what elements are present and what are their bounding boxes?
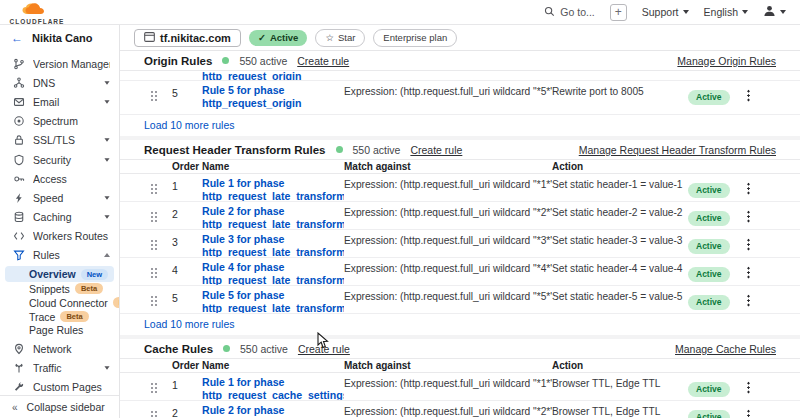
support-menu[interactable]: Support bbox=[642, 6, 689, 18]
manage-cache-rules-link[interactable]: Manage Cache Rules bbox=[675, 343, 776, 355]
goto-search[interactable]: Go to... bbox=[544, 6, 594, 19]
drag-handle-icon[interactable] bbox=[150, 376, 172, 393]
cloud-connector-label: Cloud Connector bbox=[29, 297, 108, 309]
rule-name-link[interactable]: http_request_origin bbox=[202, 71, 301, 80]
rule-action: Set static header-2 = value-2 bbox=[552, 205, 688, 218]
manage-transform-rules-link[interactable]: Manage Request Header Transform Rules bbox=[579, 144, 776, 156]
status-badge: Active bbox=[688, 267, 730, 282]
dns-icon bbox=[13, 77, 25, 89]
shield-icon bbox=[13, 154, 25, 166]
drag-handle-icon[interactable] bbox=[150, 84, 172, 101]
drag-handle-icon[interactable] bbox=[150, 205, 172, 222]
rule-name-link[interactable]: Rule 2 for phase http_request_late_trans… bbox=[202, 205, 344, 230]
rule-order: 4 bbox=[172, 261, 202, 276]
match-column-header: Match against bbox=[344, 161, 552, 172]
row-menu-button[interactable] bbox=[738, 289, 758, 307]
table-row: 2 Rule 2 for phase http_request_late_tra… bbox=[120, 202, 800, 230]
sidebar-item-snippets[interactable]: Snippets Beta bbox=[5, 282, 114, 296]
drag-handle-icon[interactable] bbox=[150, 404, 172, 418]
sidebar-item-security[interactable]: Security bbox=[0, 150, 119, 169]
sidebar-item-traffic[interactable]: Traffic bbox=[0, 358, 119, 377]
database-icon bbox=[13, 211, 25, 223]
rule-expression: Expression: (http.request.full_uri wildc… bbox=[344, 289, 552, 302]
load-more-rules-link[interactable]: Load 10 more rules bbox=[120, 314, 800, 335]
row-menu-button[interactable] bbox=[738, 205, 758, 223]
collapse-sidebar-label: Collapse sidebar bbox=[27, 401, 105, 413]
table-column-headers: Order Name Match against Action bbox=[120, 359, 800, 373]
sidebar-item-dns[interactable]: DNS bbox=[0, 73, 119, 92]
sidebar-item-workers-routes[interactable]: Workers Routes bbox=[0, 227, 119, 246]
sidebar-item-ssl-tls[interactable]: SSL/TLS bbox=[0, 131, 119, 150]
sidebar-item-access[interactable]: Access bbox=[0, 169, 119, 188]
drag-handle-icon[interactable] bbox=[150, 177, 172, 194]
sidebar-item-label: Version Management bbox=[33, 58, 110, 70]
row-menu-button[interactable] bbox=[738, 84, 758, 102]
rule-expression: Expression: (http.request.full_uri wildc… bbox=[344, 177, 552, 190]
sidebar-item-version-management[interactable]: Version Management bbox=[0, 54, 119, 73]
row-menu-button[interactable] bbox=[738, 376, 758, 394]
sidebar-item-label: Caching bbox=[33, 211, 96, 223]
chevron-down-icon bbox=[742, 10, 748, 14]
rule-action: Set static header-4 = value-4 bbox=[552, 261, 688, 274]
sidebar-item-spectrum[interactable]: Spectrum bbox=[0, 112, 119, 131]
sidebar-item-overview[interactable]: Overview New bbox=[5, 266, 114, 282]
back-arrow-icon[interactable]: ← bbox=[11, 31, 23, 45]
star-button[interactable]: ☆ Star bbox=[315, 29, 365, 47]
row-menu-button[interactable] bbox=[738, 261, 758, 279]
rule-name-link[interactable]: Rule 2 for phase http_request_cache_sett… bbox=[202, 404, 344, 418]
key-icon bbox=[13, 173, 25, 185]
sidebar-item-speed[interactable]: Speed bbox=[0, 188, 119, 207]
create-rule-link[interactable]: Create rule bbox=[298, 343, 350, 355]
row-menu-button[interactable] bbox=[738, 233, 758, 251]
request-header-transform-rules-section: Request Header Transform Rules 550 activ… bbox=[120, 140, 800, 335]
zone-selector[interactable]: tf.nikitac.com bbox=[134, 29, 241, 47]
rule-name-link[interactable]: Rule 1 for phase http_request_late_trans… bbox=[202, 177, 344, 202]
rule-name-link[interactable]: Rule 5 for phase http_request_late_trans… bbox=[202, 289, 344, 314]
status-badge: Active bbox=[688, 211, 730, 226]
drag-handle-icon[interactable] bbox=[150, 233, 172, 250]
row-menu-button[interactable] bbox=[738, 177, 758, 195]
sidebar-item-email[interactable]: Email bbox=[0, 92, 119, 111]
chevron-down-icon bbox=[104, 196, 109, 199]
rule-expression: Expression: (http.request.full_uri wildc… bbox=[344, 404, 552, 417]
rule-status: Active bbox=[688, 233, 738, 254]
sidebar-item-rules[interactable]: Rules bbox=[0, 246, 119, 265]
manage-origin-rules-link[interactable]: Manage Origin Rules bbox=[677, 55, 776, 67]
sidebar-item-network[interactable]: Network bbox=[0, 339, 119, 358]
sidebar-item-trace[interactable]: Trace Beta bbox=[5, 310, 114, 324]
match-column-header: Match against bbox=[344, 360, 552, 371]
sidebar-item-label: Spectrum bbox=[33, 115, 110, 127]
add-button[interactable]: + bbox=[610, 4, 627, 21]
load-more-rules-link[interactable]: Load 10 more rules bbox=[120, 115, 800, 136]
drag-handle-icon[interactable] bbox=[150, 289, 172, 306]
collapse-sidebar-button[interactable]: « Collapse sidebar bbox=[0, 395, 119, 418]
sidebar-item-custom-pages[interactable]: Custom Pages bbox=[0, 378, 119, 395]
chevron-down-icon bbox=[104, 81, 109, 84]
create-rule-link[interactable]: Create rule bbox=[297, 55, 349, 67]
rules-submenu: Overview New Snippets Beta Cloud Connect… bbox=[0, 265, 119, 339]
table-row: 2 Rule 2 for phase http_request_cache_se… bbox=[120, 401, 800, 418]
rule-name-link[interactable]: Rule 5 for phase http_request_origin bbox=[202, 84, 344, 110]
row-menu-button[interactable] bbox=[738, 404, 758, 418]
rule-status: Active bbox=[688, 84, 738, 105]
sidebar-item-page-rules[interactable]: Page Rules bbox=[5, 323, 114, 337]
cloudflare-logo[interactable]: CLOUDFLARE bbox=[6, 0, 68, 25]
sidebar-item-label: Access bbox=[33, 173, 110, 185]
sidebar-item-label: Custom Pages bbox=[33, 381, 110, 393]
sidebar-item-cloud-connector[interactable]: Cloud Connector Beta bbox=[5, 296, 114, 310]
plan-label: Enterprise plan bbox=[383, 32, 447, 43]
create-rule-link[interactable]: Create rule bbox=[410, 144, 462, 156]
language-menu[interactable]: English bbox=[704, 6, 748, 18]
sidebar-item-label: Speed bbox=[33, 192, 96, 204]
cache-rules-section: Cache Rules 550 active Create rule Manag… bbox=[120, 339, 800, 418]
account-menu[interactable] bbox=[763, 5, 786, 19]
rule-name-link[interactable]: Rule 1 for phase http_request_cache_sett… bbox=[202, 376, 344, 401]
rule-name-link[interactable]: Rule 4 for phase http_request_late_trans… bbox=[202, 261, 344, 286]
action-column-header: Action bbox=[552, 161, 688, 172]
sidebar-item-label: Email bbox=[33, 96, 96, 108]
drag-handle-icon[interactable] bbox=[150, 261, 172, 278]
sidebar-item-caching[interactable]: Caching bbox=[0, 208, 119, 227]
active-status-dot bbox=[222, 57, 229, 64]
rule-name-link[interactable]: Rule 3 for phase http_request_late_trans… bbox=[202, 233, 344, 258]
table-row: 3 Rule 3 for phase http_request_late_tra… bbox=[120, 230, 800, 258]
